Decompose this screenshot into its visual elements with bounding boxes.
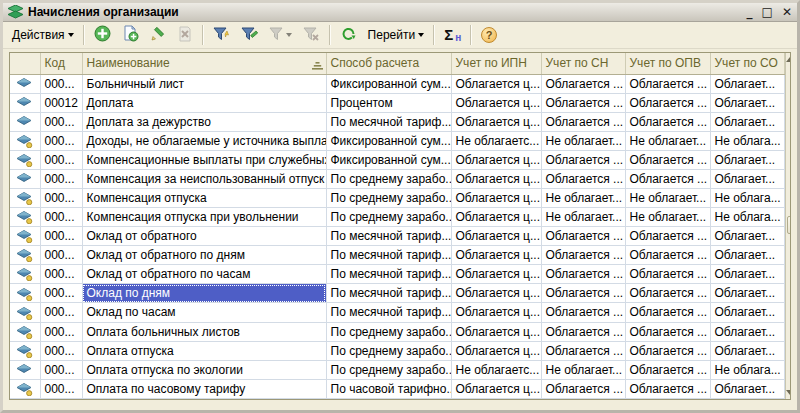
cell-sn[interactable]: Облагается ...: [541, 227, 625, 246]
cell-code[interactable]: 000...: [40, 322, 82, 341]
cell-ipn[interactable]: Облагается ц...: [451, 265, 541, 284]
cell-ipn[interactable]: Облагается ц...: [451, 208, 541, 227]
table-row[interactable]: 000... Оплата больничных листов По средн…: [10, 322, 784, 341]
refresh-button[interactable]: [335, 24, 362, 47]
copy-button[interactable]: [117, 24, 144, 47]
cell-opv[interactable]: Облагается ...: [625, 322, 710, 341]
delete-button[interactable]: [172, 24, 198, 47]
cell-name[interactable]: Доплата: [82, 93, 326, 112]
cell-opv[interactable]: Не облагает...: [625, 208, 710, 227]
cell-code[interactable]: 000...: [40, 284, 82, 303]
cell-code[interactable]: 000...: [40, 74, 82, 93]
cell-sn[interactable]: Не облагает...: [541, 188, 625, 207]
cell-so[interactable]: Облагает...: [710, 246, 784, 265]
table-row[interactable]: 000... Больничный лист Фиксированной сум…: [10, 74, 784, 93]
cell-ipn[interactable]: Не облагаетс...: [451, 131, 541, 150]
cell-ipn[interactable]: Облагается ц...: [451, 246, 541, 265]
cell-opv[interactable]: Облагается ...: [625, 246, 710, 265]
cell-ipn[interactable]: Облагается ц...: [451, 93, 541, 112]
cell-name[interactable]: Доходы, не облагаемые у источника выплат…: [82, 131, 326, 150]
cell-sn[interactable]: Облагается ...: [541, 112, 625, 131]
table-row[interactable]: 000... Оплата отпуска По среднему зарабо…: [10, 341, 784, 360]
cell-sn[interactable]: Облагается ...: [541, 341, 625, 360]
cell-code[interactable]: 000...: [40, 227, 82, 246]
cell-opv[interactable]: Облагается ...: [625, 303, 710, 322]
cell-so[interactable]: Облагает...: [710, 284, 784, 303]
cell-opv[interactable]: Облагается ...: [625, 74, 710, 93]
cell-ipn[interactable]: Облагается ц...: [451, 322, 541, 341]
table-row[interactable]: 000... Компенсация отпуска По среднему з…: [10, 188, 784, 207]
cell-sn[interactable]: Облагается ...: [541, 246, 625, 265]
filter-settings-button[interactable]: [236, 24, 263, 47]
close-button[interactable]: ✕: [782, 5, 792, 19]
cell-code[interactable]: 000...: [40, 303, 82, 322]
cell-sn[interactable]: Облагается ...: [541, 93, 625, 112]
cell-so[interactable]: Облагает...: [710, 303, 784, 322]
table-row[interactable]: 000... Оклад по дням По месячной тариф..…: [10, 284, 784, 303]
cell-name[interactable]: Оклад по часам: [82, 303, 326, 322]
cell-opv[interactable]: Облагается ...: [625, 265, 710, 284]
cell-name[interactable]: Оплата отпуска: [82, 341, 326, 360]
cell-so[interactable]: Облагает...: [710, 341, 784, 360]
cell-method[interactable]: По среднему зарабо...: [326, 208, 451, 227]
cell-sn[interactable]: Облагается ...: [541, 303, 625, 322]
table-row[interactable]: 000... Доплата за дежурство По месячной …: [10, 112, 784, 131]
scroll-down-button[interactable]: [786, 386, 792, 399]
cell-ipn[interactable]: Облагается ц...: [451, 303, 541, 322]
cell-name[interactable]: Больничный лист: [82, 74, 326, 93]
cell-code[interactable]: 000...: [40, 360, 82, 379]
cell-opv[interactable]: Облагается ...: [625, 227, 710, 246]
cell-ipn[interactable]: Облагается ц...: [451, 150, 541, 169]
scrollbar-track[interactable]: [786, 66, 792, 386]
cell-method[interactable]: По месячной тариф...: [326, 246, 451, 265]
cell-opv[interactable]: Облагается ...: [625, 379, 710, 398]
cell-name[interactable]: Оклад от обратного по дням: [82, 246, 326, 265]
cell-ipn[interactable]: Облагается ц...: [451, 284, 541, 303]
cell-opv[interactable]: Облагается ...: [625, 150, 710, 169]
cell-sn[interactable]: Облагается ...: [541, 322, 625, 341]
cell-method[interactable]: По месячной тариф...: [326, 265, 451, 284]
filter-history-button[interactable]: [264, 24, 297, 47]
column-header-method[interactable]: Способ расчета: [326, 53, 451, 74]
cell-name[interactable]: Оплата отпуска по экологии: [82, 360, 326, 379]
actions-menu-button[interactable]: Действия: [7, 24, 79, 47]
vertical-scrollbar[interactable]: [785, 53, 792, 399]
cell-opv[interactable]: Облагается ...: [625, 284, 710, 303]
cell-method[interactable]: По часовой тарифно...: [326, 379, 451, 398]
cell-name[interactable]: Компенсация отпуска при увольнении: [82, 208, 326, 227]
help-button[interactable]: ?: [476, 24, 502, 47]
scrollbar-thumb[interactable]: [787, 216, 792, 234]
cell-so[interactable]: Облагает...: [710, 150, 784, 169]
cell-ipn[interactable]: Облагается ц...: [451, 341, 541, 360]
column-header-icon[interactable]: [10, 53, 40, 74]
cell-code[interactable]: 000...: [40, 265, 82, 284]
cell-code[interactable]: 000...: [40, 246, 82, 265]
cell-method[interactable]: Фиксированной сум...: [326, 74, 451, 93]
cell-so[interactable]: Облагает...: [710, 322, 784, 341]
cell-sn[interactable]: Не облагает...: [541, 208, 625, 227]
cell-name[interactable]: Компенсация за неиспользованный отпуск: [82, 169, 326, 188]
filter-clear-button[interactable]: [298, 24, 325, 47]
cell-method[interactable]: По месячной тариф...: [326, 227, 451, 246]
cell-sn[interactable]: Облагается ...: [541, 150, 625, 169]
cell-method[interactable]: Процентом: [326, 93, 451, 112]
table-row[interactable]: 00012 Доплата Процентом Облагается ц... …: [10, 93, 784, 112]
cell-name[interactable]: Оплата по часовому тарифу: [82, 379, 326, 398]
cell-method[interactable]: По месячной тариф...: [326, 284, 451, 303]
cell-code[interactable]: 000...: [40, 112, 82, 131]
cell-method[interactable]: По среднему зарабо...: [326, 360, 451, 379]
column-header-ipn[interactable]: Учет по ИПН: [451, 53, 541, 74]
cell-code[interactable]: 000...: [40, 188, 82, 207]
cell-name[interactable]: Оклад от обратного по часам: [82, 265, 326, 284]
cell-name[interactable]: Оклад от обратного: [82, 227, 326, 246]
cell-ipn[interactable]: Облагается ц...: [451, 227, 541, 246]
cell-so[interactable]: Не облага...: [710, 360, 784, 379]
cell-opv[interactable]: Облагается ...: [625, 360, 710, 379]
cell-method[interactable]: Фиксированной сум...: [326, 150, 451, 169]
cell-opv[interactable]: Не облагает...: [625, 188, 710, 207]
cell-so[interactable]: Облагает...: [710, 379, 784, 398]
cell-so[interactable]: Облагает...: [710, 112, 784, 131]
cell-so[interactable]: Не облага...: [710, 131, 784, 150]
cell-method[interactable]: По месячной тариф...: [326, 303, 451, 322]
table-row[interactable]: 000... Оклад от обратного по часам По ме…: [10, 265, 784, 284]
